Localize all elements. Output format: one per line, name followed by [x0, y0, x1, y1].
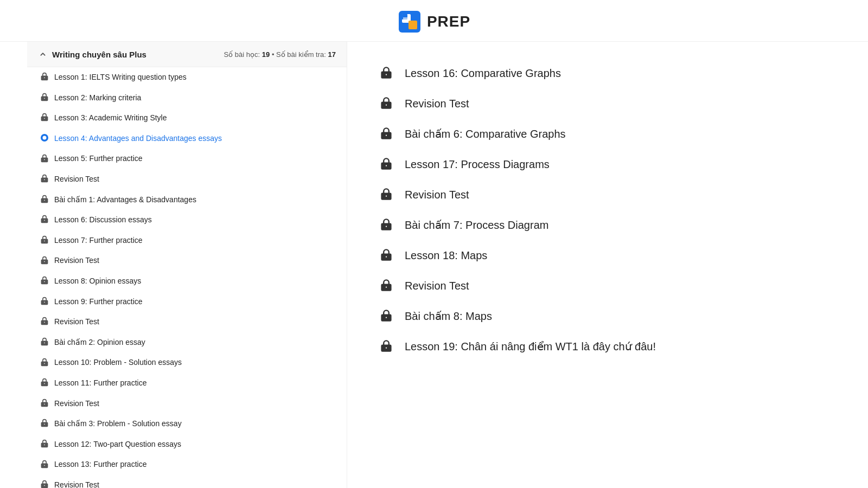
left-lesson-item[interactable]: Revision Test: [27, 251, 347, 271]
lock-icon: [40, 358, 49, 368]
right-lesson-label: Lesson 18: Maps: [405, 248, 487, 263]
left-lesson-item[interactable]: Bài chấm 3: Problem - Solution essay: [27, 414, 347, 434]
left-lesson-item[interactable]: Lesson 8: Opinion essays: [27, 271, 347, 292]
left-lesson-item[interactable]: Lesson 6: Discussion essays: [27, 210, 347, 230]
lock-icon: [40, 72, 49, 82]
left-lesson-label: Lesson 12: Two-part Question essays: [54, 439, 181, 450]
right-lock-icon: [380, 339, 393, 354]
right-lesson-item[interactable]: Lesson 16: Comparative Graphs: [380, 58, 808, 88]
lock-icon: [40, 480, 49, 488]
left-lesson-label: Lesson 8: Opinion essays: [54, 276, 141, 287]
left-lesson-label: Bài chấm 1: Advantages & Disadvantages: [54, 195, 196, 206]
left-lesson-item[interactable]: Revision Test: [27, 312, 347, 332]
right-lock-icon: [380, 188, 393, 202]
left-lesson-item[interactable]: Lesson 3: Academic Writing Style: [27, 108, 347, 129]
left-lesson-label: Revision Test: [54, 317, 99, 328]
left-lesson-label: Lesson 2: Marking criteria: [54, 93, 141, 104]
left-lesson-label: Lesson 1: IELTS Writing question types: [54, 72, 187, 83]
right-lock-icon: [380, 157, 393, 172]
right-lesson-item[interactable]: Revision Test: [380, 88, 808, 119]
left-lesson-label: Revision Test: [54, 480, 99, 488]
left-lesson-item[interactable]: Lesson 1: IELTS Writing question types: [27, 67, 347, 88]
active-icon: [40, 133, 49, 144]
lock-icon: [40, 276, 49, 286]
right-lesson-label: Bài chấm 6: Comparative Graphs: [405, 126, 566, 142]
left-lesson-item[interactable]: Lesson 7: Further practice: [27, 230, 347, 251]
left-lesson-label: Lesson 3: Academic Writing Style: [54, 113, 167, 124]
left-lesson-item[interactable]: Lesson 11: Further practice: [27, 373, 347, 394]
left-lesson-item[interactable]: Lesson 2: Marking criteria: [27, 88, 347, 108]
left-lesson-item[interactable]: Lesson 5: Further practice: [27, 149, 347, 169]
logo: PREP: [398, 10, 470, 34]
lock-icon: [40, 378, 49, 388]
left-lesson-label: Lesson 7: Further practice: [54, 235, 143, 246]
right-lesson-label: Lesson 19: Chân ái nâng điểm WT1 là đây …: [405, 339, 656, 354]
right-lesson-item[interactable]: Lesson 18: Maps: [380, 240, 808, 271]
left-lesson-label: Lesson 4: Advantages and Disadvantages e…: [54, 133, 222, 144]
left-lesson-item[interactable]: Bài chấm 2: Opinion essay: [27, 332, 347, 353]
right-lesson-item[interactable]: Revision Test: [380, 179, 808, 210]
header: PREP: [0, 0, 868, 42]
left-lesson-label: Bài chấm 2: Opinion essay: [54, 337, 145, 348]
stats-tests-count: 17: [328, 50, 336, 59]
right-lock-icon: [380, 218, 393, 233]
svg-rect-2: [409, 21, 417, 29]
left-lesson-label: Bài chấm 3: Problem - Solution essay: [54, 419, 182, 429]
right-lesson-label: Bài chấm 8: Maps: [405, 309, 492, 324]
left-lesson-item[interactable]: Bài chấm 1: Advantages & Disadvantages: [27, 190, 347, 210]
course-stats: Số bài học: 19 • Số bài kiểm tra: 17: [224, 50, 336, 59]
right-lesson-item[interactable]: Lesson 19: Chân ái nâng điểm WT1 là đây …: [380, 331, 808, 362]
right-lock-icon: [380, 248, 393, 263]
stats-tests-label: Số bài kiểm tra:: [276, 50, 326, 59]
lock-icon: [40, 399, 49, 409]
left-lesson-item[interactable]: Lesson 4: Advantages and Disadvantages e…: [27, 129, 347, 149]
left-lesson-item[interactable]: Lesson 13: Further practice: [27, 454, 347, 475]
right-lock-icon: [380, 279, 393, 293]
right-lesson-item[interactable]: Bài chấm 6: Comparative Graphs: [380, 119, 808, 149]
course-header: Writing chuyên sâu Plus Số bài học: 19 •…: [27, 42, 347, 67]
right-lock-icon: [380, 127, 393, 142]
stats-lessons-count: 19: [262, 50, 270, 59]
lock-icon: [40, 215, 49, 225]
right-lesson-label: Bài chấm 7: Process Diagram: [405, 217, 548, 233]
left-lesson-item[interactable]: Revision Test: [27, 475, 347, 488]
right-lesson-item[interactable]: Lesson 17: Process Diagrams: [380, 149, 808, 179]
right-lesson-item[interactable]: Revision Test: [380, 271, 808, 301]
lock-icon: [40, 235, 49, 246]
lock-icon: [40, 297, 49, 307]
lock-icon: [40, 93, 49, 103]
left-lesson-label: Revision Test: [54, 255, 99, 266]
left-lesson-label: Lesson 11: Further practice: [54, 378, 146, 389]
lock-icon: [40, 174, 49, 184]
svg-point-5: [43, 136, 47, 140]
course-title-row: Writing chuyên sâu Plus: [38, 49, 146, 59]
right-lesson-item[interactable]: Bài chấm 8: Maps: [380, 301, 808, 331]
lock-icon: [40, 439, 49, 450]
left-lesson-item[interactable]: Lesson 9: Further practice: [27, 292, 347, 312]
left-lesson-label: Lesson 9: Further practice: [54, 297, 143, 307]
left-lesson-label: Revision Test: [54, 399, 99, 409]
stats-lessons-label: Số bài học:: [224, 50, 260, 59]
lock-icon: [40, 419, 49, 429]
right-lock-icon: [380, 97, 393, 111]
right-lesson-item[interactable]: Bài chấm 7: Process Diagram: [380, 210, 808, 240]
right-lock-icon: [380, 66, 393, 81]
lock-icon: [40, 337, 49, 348]
left-lesson-item[interactable]: Lesson 10: Problem - Solution essays: [27, 352, 347, 373]
logo-text: PREP: [427, 13, 470, 30]
lock-icon: [40, 154, 49, 164]
left-lesson-item[interactable]: Revision Test: [27, 169, 347, 190]
chevron-up-icon[interactable]: [38, 49, 48, 59]
sidebar: Writing chuyên sâu Plus Số bài học: 19 •…: [27, 42, 347, 488]
left-lesson-item[interactable]: Revision Test: [27, 394, 347, 414]
lock-icon: [40, 113, 49, 123]
main-content: Writing chuyên sâu Plus Số bài học: 19 •…: [27, 42, 841, 488]
lock-icon: [40, 195, 49, 205]
left-lesson-label: Lesson 13: Further practice: [54, 459, 146, 470]
right-lesson-label: Revision Test: [405, 278, 469, 293]
right-lock-icon: [380, 309, 393, 324]
stats-separator: •: [272, 50, 276, 59]
left-lesson-item[interactable]: Lesson 12: Two-part Question essays: [27, 434, 347, 455]
right-lesson-label: Revision Test: [405, 96, 469, 111]
lock-icon: [40, 317, 49, 327]
